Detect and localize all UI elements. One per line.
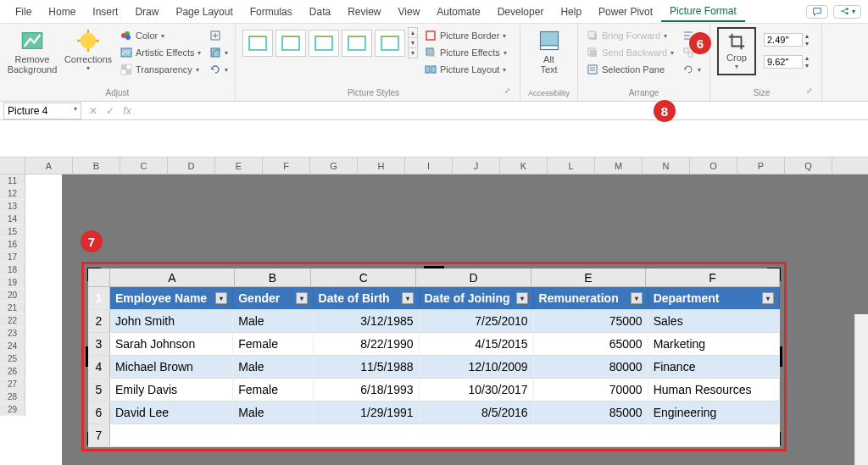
remove-background-button[interactable]: Remove Background: [7, 27, 58, 76]
row-header[interactable]: 19: [0, 276, 25, 289]
select-all-triangle[interactable]: [0, 158, 25, 174]
filter-dropdown-icon[interactable]: ▾: [215, 292, 227, 304]
change-picture-button[interactable]: ▾: [208, 46, 230, 59]
tab-picture-format[interactable]: Picture Format: [661, 2, 745, 22]
tab-formulas[interactable]: Formulas: [242, 3, 301, 21]
column-header[interactable]: N: [643, 158, 690, 174]
spin-down[interactable]: ▾: [805, 62, 809, 69]
row-header[interactable]: 23: [0, 327, 25, 340]
tab-help[interactable]: Help: [552, 3, 590, 21]
column-header[interactable]: I: [405, 158, 453, 174]
tab-developer[interactable]: Developer: [489, 3, 553, 21]
tab-power-pivot[interactable]: Power Pivot: [590, 3, 661, 21]
row-header[interactable]: 28: [0, 390, 25, 403]
share-button[interactable]: ▾: [833, 5, 861, 19]
row-header[interactable]: 20: [0, 289, 25, 302]
transparency-button[interactable]: Transparency▾: [119, 63, 203, 76]
filter-dropdown-icon[interactable]: ▾: [402, 292, 414, 304]
column-header[interactable]: L: [548, 158, 595, 174]
row-header[interactable]: 27: [0, 378, 25, 390]
reset-picture-button[interactable]: ▾: [208, 63, 230, 76]
picture-effects-button[interactable]: Picture Effects▾: [423, 46, 509, 59]
row-header[interactable]: 17: [0, 251, 25, 263]
spin-up[interactable]: ▴: [805, 32, 809, 40]
selection-pane-button[interactable]: Selection Pane: [585, 63, 676, 76]
style-thumb[interactable]: [242, 30, 273, 57]
tab-data[interactable]: Data: [301, 3, 339, 21]
filter-dropdown-icon[interactable]: ▾: [516, 292, 528, 304]
column-header[interactable]: B: [73, 158, 120, 174]
column-header[interactable]: A: [25, 158, 73, 174]
style-thumb[interactable]: [275, 30, 306, 57]
column-header[interactable]: D: [168, 158, 215, 174]
column-header[interactable]: F: [263, 158, 310, 174]
filter-dropdown-icon[interactable]: ▾: [762, 292, 774, 304]
tab-insert[interactable]: Insert: [84, 3, 126, 21]
cell: 75000: [534, 310, 648, 332]
row-header[interactable]: 13: [0, 200, 25, 213]
filter-dropdown-icon[interactable]: ▾: [631, 292, 643, 304]
comments-button[interactable]: [806, 5, 828, 19]
column-header[interactable]: G: [310, 158, 358, 174]
row-header[interactable]: 14: [0, 213, 25, 225]
row-header[interactable]: 12: [0, 187, 25, 200]
width-input[interactable]: [764, 55, 803, 69]
picture-layout-button[interactable]: Picture Layout▾: [423, 63, 509, 76]
rotate-button[interactable]: ▾: [681, 63, 703, 76]
gallery-up-button[interactable]: ▴: [409, 28, 417, 38]
crop-button[interactable]: Crop ▾: [721, 30, 753, 72]
column-header[interactable]: J: [453, 158, 500, 174]
row-header[interactable]: 25: [0, 352, 25, 365]
column-header[interactable]: H: [358, 158, 405, 174]
style-thumb[interactable]: [375, 30, 405, 57]
dialog-launcher-icon[interactable]: ⤢: [504, 86, 513, 97]
picture-styles-gallery[interactable]: ▴ ▾ ▾: [242, 27, 418, 58]
tab-view[interactable]: View: [390, 3, 429, 21]
row-header[interactable]: 24: [0, 340, 25, 352]
compress-pictures-button[interactable]: [208, 29, 230, 42]
spin-up[interactable]: ▴: [805, 54, 809, 62]
row-header[interactable]: 26: [0, 365, 25, 378]
row-header[interactable]: 15: [0, 225, 25, 238]
tab-page-layout[interactable]: Page Layout: [167, 3, 241, 21]
spin-down[interactable]: ▾: [805, 40, 809, 47]
gallery-more-button[interactable]: ▾: [409, 48, 417, 58]
height-input[interactable]: [764, 33, 803, 47]
corrections-button[interactable]: Corrections ▾: [63, 27, 114, 74]
fx-button[interactable]: fx: [119, 105, 136, 117]
artistic-effects-button[interactable]: Artistic Effects▾: [119, 46, 203, 59]
column-header[interactable]: K: [500, 158, 548, 174]
row-header[interactable]: 18: [0, 263, 25, 276]
row-header[interactable]: 21: [0, 302, 25, 314]
tab-draw[interactable]: Draw: [126, 3, 167, 21]
crop-selection-frame[interactable]: ABCDEF 1Employee Name▾Gender▾Date of Bir…: [81, 262, 787, 451]
row-header[interactable]: 22: [0, 314, 25, 327]
column-header[interactable]: E: [215, 158, 263, 174]
dialog-launcher-icon[interactable]: ⤢: [806, 86, 815, 97]
alt-text-button[interactable]: Alt Text: [527, 27, 570, 76]
cancel-formula-button[interactable]: ✕: [85, 105, 102, 117]
column-header[interactable]: O: [690, 158, 737, 174]
name-box[interactable]: Picture 4▾: [3, 102, 81, 119]
tab-file[interactable]: File: [7, 3, 40, 21]
filter-dropdown-icon[interactable]: ▾: [296, 292, 308, 304]
enter-formula-button[interactable]: ✓: [102, 105, 119, 117]
tab-automate[interactable]: Automate: [428, 3, 488, 21]
column-header[interactable]: P: [737, 158, 785, 174]
grid-area[interactable]: 11121314151617181920212223242526272829 A…: [0, 174, 868, 465]
tab-review[interactable]: Review: [339, 3, 389, 21]
row-header[interactable]: 29: [0, 403, 25, 416]
column-header[interactable]: C: [120, 158, 168, 174]
vertical-scrollbar[interactable]: [854, 314, 868, 465]
tab-home[interactable]: Home: [40, 3, 84, 21]
row-header[interactable]: 16: [0, 238, 25, 251]
style-thumb[interactable]: [309, 30, 339, 57]
color-button[interactable]: Color▾: [119, 29, 203, 42]
column-header[interactable]: M: [595, 158, 643, 174]
column-header[interactable]: Q: [785, 158, 832, 174]
picture-border-button[interactable]: Picture Border▾: [423, 29, 509, 42]
gallery-down-button[interactable]: ▾: [409, 38, 417, 48]
row-header[interactable]: 11: [0, 174, 25, 187]
formula-bar-expanded[interactable]: [0, 120, 868, 158]
style-thumb[interactable]: [342, 30, 372, 57]
